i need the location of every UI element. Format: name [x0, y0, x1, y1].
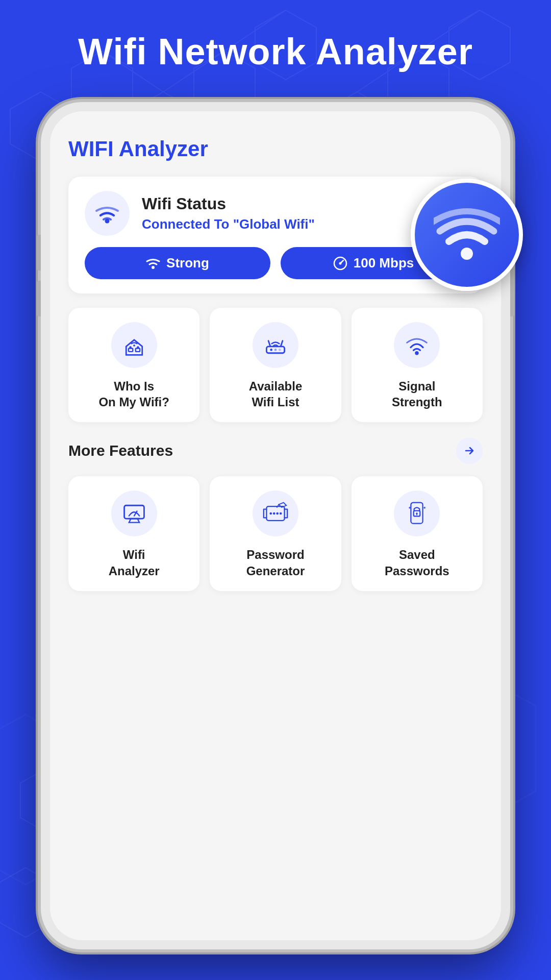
saved-passwords-icon: ★ ★: [394, 491, 440, 536]
svg-point-26: [133, 345, 135, 347]
svg-text:★: ★: [423, 506, 426, 510]
svg-point-34: [279, 349, 281, 351]
svg-line-31: [281, 341, 283, 347]
analyzer-icon: [111, 491, 157, 536]
app-header: WIFI Analyzer: [68, 132, 483, 161]
svg-text:★: ★: [408, 506, 411, 510]
svg-point-32: [270, 349, 272, 351]
app-header-rest: Analyzer: [114, 137, 208, 161]
feature-label-password-generator: PasswordGenerator: [246, 547, 305, 578]
more-features-title: More Features: [68, 442, 173, 459]
wifi-status-icon: [85, 191, 130, 236]
svg-point-19: [461, 248, 473, 260]
svg-point-27: [129, 346, 132, 349]
svg-point-28: [137, 346, 139, 349]
more-features-grid: WifiAnalyzer: [68, 476, 483, 591]
network-name: "Global Wifi": [233, 216, 315, 232]
wifi-status-title: Wifi Status: [142, 194, 315, 213]
app-title: Wifi Network Analyzer: [0, 31, 551, 72]
svg-point-21: [152, 266, 155, 269]
svg-point-41: [273, 512, 276, 515]
feature-label-who-on-wifi: Who IsOn My Wifi?: [98, 378, 169, 410]
app-header-title: WIFI Analyzer: [68, 137, 208, 161]
svg-point-40: [269, 512, 272, 515]
wifi-connected-text: Connected To "Global Wifi": [142, 216, 315, 232]
svg-point-35: [415, 351, 419, 355]
volume-up-button: [37, 235, 41, 271]
svg-rect-24: [129, 348, 133, 351]
home-wifi-icon: [111, 322, 157, 368]
feature-card-wifi-list[interactable]: AvailableWifi List: [210, 308, 341, 422]
svg-point-23: [339, 262, 341, 264]
svg-line-30: [268, 341, 270, 347]
password-gen-icon: [253, 491, 298, 536]
feature-label-saved-passwords: SavedPasswords: [385, 547, 449, 578]
more-features-arrow[interactable]: [456, 437, 483, 464]
main-feature-grid: Who IsOn My Wifi?: [68, 308, 483, 422]
svg-point-43: [280, 512, 282, 515]
wifi-status-row: Wifi Status Connected To "Global Wifi": [85, 191, 466, 236]
feature-card-who-is-on-wifi[interactable]: Who IsOn My Wifi?: [68, 308, 199, 422]
signal-strength-icon: [394, 322, 440, 368]
feature-card-wifi-analyzer[interactable]: WifiAnalyzer: [68, 476, 199, 591]
more-features-header: More Features: [68, 437, 483, 464]
signal-badge-label: Strong: [166, 255, 209, 271]
connected-prefix: Connected To: [142, 216, 233, 232]
svg-rect-25: [135, 348, 139, 351]
speed-badge-label: 100 Mbps: [354, 255, 414, 271]
feature-card-password-generator[interactable]: PasswordGenerator: [210, 476, 341, 591]
signal-strength-badge: Strong: [85, 247, 270, 279]
feature-label-wifi-analyzer: WifiAnalyzer: [109, 547, 160, 578]
volume-down-button: [37, 281, 41, 316]
svg-point-33: [274, 349, 277, 351]
app-header-wifi: WIFI: [68, 137, 114, 161]
wifi-status-info: Wifi Status Connected To "Global Wifi": [142, 194, 315, 232]
wifi-badges: Strong 100 Mbps: [85, 247, 466, 279]
wifi-logo-circle: [411, 179, 523, 291]
feature-label-signal-strength: SignalStrength: [392, 378, 442, 410]
feature-label-wifi-list: AvailableWifi List: [249, 378, 303, 410]
svg-point-42: [276, 512, 279, 515]
feature-card-signal-strength[interactable]: SignalStrength: [352, 308, 483, 422]
router-icon: [253, 322, 298, 368]
feature-card-saved-passwords[interactable]: ★ ★ SavedPasswords: [352, 476, 483, 591]
